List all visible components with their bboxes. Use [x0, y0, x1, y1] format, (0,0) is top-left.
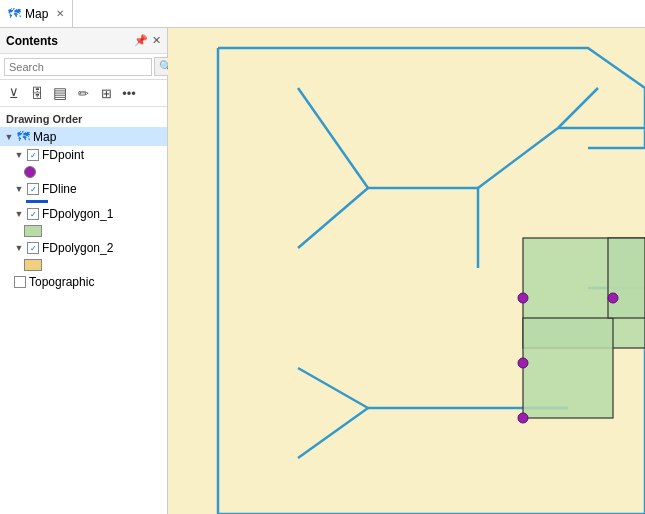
contents-panel: Contents 📌 ✕ 🔍 ⊻ 🗄 ▤ ✏ ⊞ ••• Drawing Ord…: [0, 28, 168, 514]
layers-icon[interactable]: ▤: [50, 83, 70, 103]
fdpolygon2-color-swatch: [24, 259, 42, 271]
map-tab[interactable]: 🗺 Map ✕: [0, 0, 73, 27]
sidebar-header-icons: 📌 ✕: [134, 34, 161, 47]
more-icon[interactable]: •••: [119, 83, 139, 103]
edit-icon[interactable]: ✏: [73, 83, 93, 103]
layer-topographic-label: Topographic: [29, 275, 163, 289]
checkbox-topographic[interactable]: [14, 276, 26, 288]
title-bar: 🗺 Map ✕: [0, 0, 645, 28]
expand-fdpolygon2-icon[interactable]: ▼: [14, 243, 24, 253]
map-tab-close[interactable]: ✕: [56, 8, 64, 19]
main-layout: Contents 📌 ✕ 🔍 ⊻ 🗄 ▤ ✏ ⊞ ••• Drawing Ord…: [0, 28, 645, 514]
map-tab-label: Map: [25, 7, 48, 21]
fdpolygon2-swatch-row: [0, 257, 167, 273]
svg-rect-14: [523, 318, 613, 418]
layer-fdline-label: FDline: [42, 182, 163, 196]
map-svg: [168, 28, 645, 514]
sidebar-title: Contents: [6, 34, 58, 48]
map-area[interactable]: [168, 28, 645, 514]
map-group-icon: 🗺: [17, 129, 30, 144]
layer-fdpolygon2-label: FDpolygon_2: [42, 241, 163, 255]
expand-fdline-icon[interactable]: ▼: [14, 184, 24, 194]
pin-icon[interactable]: 📌: [134, 34, 148, 47]
layer-tree: Drawing Order ▼ 🗺 Map ▼ FDpoint ▼ FD: [0, 107, 167, 514]
layer-map[interactable]: ▼ 🗺 Map: [0, 127, 167, 146]
layer-fdpolygon2[interactable]: ▼ FDpolygon_2: [0, 239, 167, 257]
svg-point-16: [518, 293, 528, 303]
svg-point-19: [518, 413, 528, 423]
drawing-order-label: Drawing Order: [0, 111, 167, 127]
fdpolygon1-swatch-row: [0, 223, 167, 239]
close-icon[interactable]: ✕: [152, 34, 161, 47]
fdline-swatch-row: [0, 198, 167, 205]
search-bar: 🔍: [0, 54, 167, 80]
sidebar-header: Contents 📌 ✕: [0, 28, 167, 54]
checkbox-fdpoint[interactable]: [27, 149, 39, 161]
svg-rect-15: [608, 238, 645, 318]
layer-topographic[interactable]: Topographic: [0, 273, 167, 291]
checkbox-fdpolygon2[interactable]: [27, 242, 39, 254]
fdpoint-color-swatch: [24, 166, 36, 178]
checkbox-fdpolygon1[interactable]: [27, 208, 39, 220]
layer-map-label: Map: [33, 130, 163, 144]
svg-point-17: [608, 293, 618, 303]
fdpoint-swatch-row: [0, 164, 167, 180]
expand-fdpoint-icon[interactable]: ▼: [14, 150, 24, 160]
database-icon[interactable]: 🗄: [27, 83, 47, 103]
fdline-color-swatch: [26, 200, 48, 203]
expand-fdpolygon1-icon[interactable]: ▼: [14, 209, 24, 219]
layer-fdpoint-label: FDpoint: [42, 148, 163, 162]
svg-point-18: [518, 358, 528, 368]
map-tab-icon: 🗺: [8, 6, 21, 21]
filter-icon[interactable]: ⊻: [4, 83, 24, 103]
layer-fdline[interactable]: ▼ FDline: [0, 180, 167, 198]
search-input[interactable]: [4, 58, 152, 76]
expand-map-icon[interactable]: ▼: [4, 132, 14, 142]
toolbar-row: ⊻ 🗄 ▤ ✏ ⊞ •••: [0, 80, 167, 107]
layer-fdpoint[interactable]: ▼ FDpoint: [0, 146, 167, 164]
grid-icon[interactable]: ⊞: [96, 83, 116, 103]
layer-fdpolygon1-label: FDpolygon_1: [42, 207, 163, 221]
layer-fdpolygon1[interactable]: ▼ FDpolygon_1: [0, 205, 167, 223]
fdpolygon1-color-swatch: [24, 225, 42, 237]
checkbox-fdline[interactable]: [27, 183, 39, 195]
